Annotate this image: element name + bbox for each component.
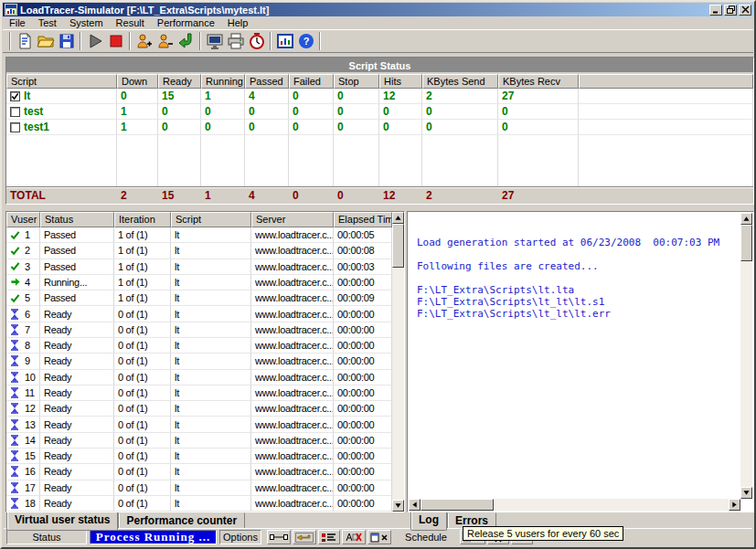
vuser-row[interactable]: 18Ready0 of (1)ltwww.loadtracer.c...00:0… bbox=[6, 496, 392, 512]
run-icon[interactable] bbox=[84, 31, 105, 51]
vuser-row[interactable]: 2Passed1 of (1)ltwww.loadtracer.c...00:0… bbox=[6, 243, 392, 259]
vuser-row[interactable]: 3Passed1 of (1)ltwww.loadtracer.c...00:0… bbox=[6, 259, 392, 275]
menu-file[interactable]: File bbox=[3, 17, 32, 28]
scroll-up-icon[interactable] bbox=[392, 212, 404, 224]
vuser-id: 15 bbox=[25, 450, 36, 461]
vuser-elapsed-cell: 00:00:08 bbox=[334, 243, 392, 259]
empty-cell bbox=[379, 135, 422, 186]
refresh-icon[interactable] bbox=[176, 31, 197, 51]
tooltip: Release 5 vusers for every 60 sec bbox=[463, 526, 623, 541]
minimize-button[interactable] bbox=[709, 5, 722, 16]
empty-cell bbox=[498, 135, 579, 186]
connection-icon[interactable] bbox=[267, 530, 291, 544]
vuser-row[interactable]: 9Ready0 of (1)ltwww.loadtracer.c...00:00… bbox=[6, 354, 392, 369]
vuser-server-cell: www.loadtracer.c... bbox=[251, 385, 334, 401]
column-header-running[interactable]: Running bbox=[201, 74, 245, 89]
vuser-elapsed-cell: 00:00:00 bbox=[334, 433, 392, 449]
column-header-kbytes-send[interactable]: KBytes Send bbox=[422, 74, 498, 89]
column-header-hits[interactable]: Hits bbox=[379, 74, 422, 89]
column-header-script[interactable]: Script bbox=[171, 212, 251, 227]
column-header-stop[interactable]: Stop bbox=[334, 74, 379, 89]
restore-button[interactable] bbox=[724, 5, 737, 16]
column-header-failed[interactable]: Failed bbox=[289, 74, 334, 89]
new-script-icon[interactable] bbox=[14, 31, 35, 51]
vuser-row[interactable]: 17Ready0 of (1)ltwww.loadtracer.c...00:0… bbox=[6, 480, 392, 496]
vuser-id-cell: 1 bbox=[6, 227, 40, 243]
menu-help[interactable]: Help bbox=[221, 17, 255, 28]
script-checkbox-unchecked[interactable] bbox=[10, 107, 20, 117]
close-button[interactable] bbox=[739, 5, 751, 16]
vuser-row[interactable]: 5Passed1 of (1)ltwww.loadtracer.c...00:0… bbox=[6, 290, 392, 306]
vuser-row[interactable]: 7Ready0 of (1)ltwww.loadtracer.c...00:00… bbox=[6, 322, 392, 338]
vuser-row[interactable]: 10Ready0 of (1)ltwww.loadtracer.c...00:0… bbox=[6, 370, 392, 385]
tab-virtual-user-status[interactable]: Virtual user status bbox=[6, 512, 118, 531]
script-status-row[interactable]: lt015140012227 bbox=[6, 89, 753, 104]
vuser-row[interactable]: 6Ready0 of (1)ltwww.loadtracer.c...00:00… bbox=[6, 306, 392, 322]
scroll-down-icon[interactable] bbox=[392, 500, 404, 512]
log-output[interactable]: Load generation started at 06/23/2008 00… bbox=[410, 214, 740, 498]
help-icon[interactable]: ? bbox=[295, 31, 316, 51]
column-header-server[interactable]: Server bbox=[251, 212, 334, 227]
hourglass-icon bbox=[10, 403, 22, 414]
script-checkbox-unchecked[interactable] bbox=[10, 122, 20, 132]
scroll-up-icon[interactable] bbox=[740, 213, 752, 225]
remove-vuser-icon[interactable] bbox=[154, 31, 176, 51]
column-header-iteration[interactable]: Iteration bbox=[114, 212, 171, 227]
menu-result[interactable]: Result bbox=[110, 17, 151, 28]
vuser-elapsed-cell: 00:00:03 bbox=[334, 259, 392, 275]
scrollbar-thumb[interactable] bbox=[392, 224, 404, 268]
vuser-scrollbar[interactable] bbox=[392, 212, 404, 512]
scrollbar-thumb[interactable] bbox=[740, 225, 752, 261]
scroll-right-icon[interactable] bbox=[729, 499, 740, 511]
vuser-iteration-cell: 1 of (1) bbox=[114, 259, 171, 275]
script-status-row[interactable]: test100000000 bbox=[6, 104, 753, 120]
script-status-row[interactable]: test1100000000 bbox=[6, 120, 753, 135]
column-header-elapsed-time[interactable]: Elapsed Time bbox=[334, 212, 392, 227]
stop-icon[interactable] bbox=[105, 31, 126, 51]
column-header-script[interactable]: Script bbox=[6, 74, 117, 89]
error-check-icon[interactable] bbox=[342, 530, 366, 544]
column-header-status[interactable]: Status bbox=[40, 212, 114, 227]
vuser-row[interactable]: 12Ready0 of (1)ltwww.loadtracer.c...00:0… bbox=[6, 401, 392, 417]
menu-test[interactable]: Test bbox=[32, 17, 63, 28]
column-header-ready[interactable]: Ready bbox=[158, 74, 201, 89]
vuser-row[interactable]: 16Ready0 of (1)ltwww.loadtracer.c...00:0… bbox=[6, 464, 392, 480]
menu-performance[interactable]: Performance bbox=[151, 17, 221, 28]
tab-log[interactable]: Log bbox=[410, 512, 447, 531]
timer-icon[interactable] bbox=[246, 31, 267, 51]
open-icon[interactable] bbox=[35, 31, 56, 51]
vuser-row[interactable]: 1Passed1 of (1)ltwww.loadtracer.c...00:0… bbox=[6, 227, 392, 243]
tab-performance-counter[interactable]: Performance counter bbox=[118, 512, 245, 529]
menu-system[interactable]: System bbox=[63, 17, 110, 28]
options-button[interactable]: Options bbox=[219, 530, 261, 544]
column-header-vuser[interactable]: Vuser bbox=[6, 212, 40, 227]
scrollbar-thumb[interactable] bbox=[421, 499, 494, 511]
scroll-down-icon[interactable] bbox=[740, 487, 752, 499]
column-header-kbytes-recv[interactable]: KBytes Recv bbox=[498, 74, 579, 89]
close-window-icon[interactable] bbox=[367, 530, 391, 544]
save-icon[interactable] bbox=[56, 31, 77, 51]
filler-cell bbox=[579, 120, 753, 135]
report-chart-icon[interactable] bbox=[274, 31, 295, 51]
vuser-status-cell: Passed bbox=[40, 290, 114, 306]
scroll-left-icon[interactable] bbox=[409, 499, 421, 511]
vuser-row[interactable]: 14Ready0 of (1)ltwww.loadtracer.c...00:0… bbox=[6, 433, 392, 449]
log-list-icon[interactable] bbox=[318, 530, 340, 544]
script-checkbox-checked[interactable] bbox=[10, 91, 20, 101]
vuser-row[interactable]: 11Ready0 of (1)ltwww.loadtracer.c...00:0… bbox=[6, 385, 392, 401]
vuser-row[interactable]: 8Ready0 of (1)ltwww.loadtracer.c...00:00… bbox=[6, 338, 392, 354]
script-name: test1 bbox=[24, 121, 49, 133]
column-header-down[interactable]: Down bbox=[117, 74, 158, 89]
vuser-row[interactable]: 15Ready0 of (1)ltwww.loadtracer.c...00:0… bbox=[6, 449, 392, 464]
log-horizontal-scrollbar[interactable] bbox=[409, 499, 740, 511]
title-bar[interactable]: LoadTracer-Simulator [F:\LT_Extra\Script… bbox=[3, 3, 753, 16]
monitor-icon[interactable] bbox=[204, 31, 225, 51]
printer-icon[interactable] bbox=[225, 31, 246, 51]
add-vuser-icon[interactable] bbox=[133, 31, 154, 51]
vuser-row[interactable]: 13Ready0 of (1)ltwww.loadtracer.c...00:0… bbox=[6, 417, 392, 432]
vuser-row[interactable]: 4Running...1 of (1)ltwww.loadtracer.c...… bbox=[6, 275, 392, 290]
lower-area: VuserStatusIterationScriptServerElapsed … bbox=[5, 211, 754, 512]
log-vertical-scrollbar[interactable] bbox=[740, 213, 752, 499]
rollback-icon[interactable] bbox=[293, 530, 316, 544]
column-header-passed[interactable]: Passed bbox=[245, 74, 289, 89]
